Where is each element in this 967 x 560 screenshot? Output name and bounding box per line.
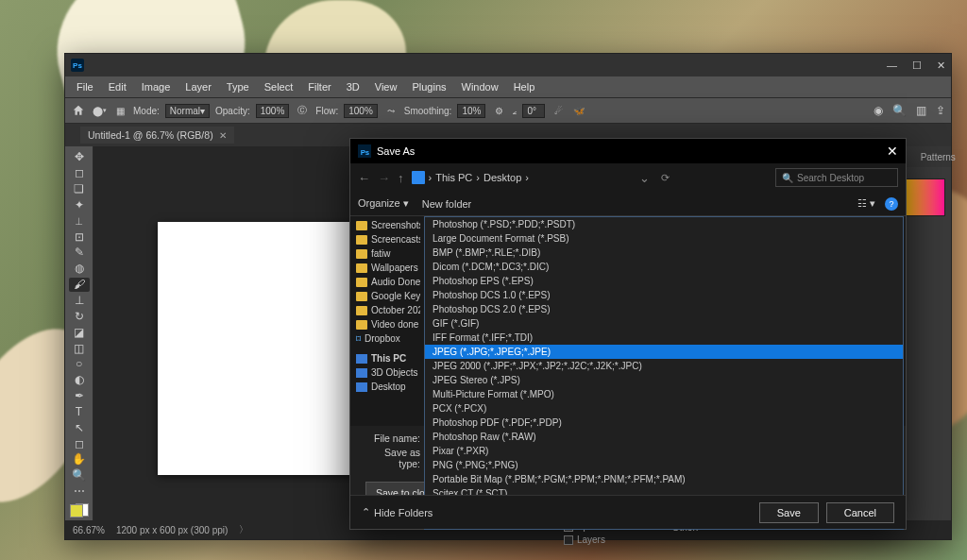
menu-image[interactable]: Image <box>136 79 177 94</box>
menu-3d[interactable]: 3D <box>341 79 365 94</box>
smoothing-input[interactable]: 10% <box>457 104 485 118</box>
format-option[interactable]: Photoshop Raw (*.RAW) <box>425 430 903 444</box>
sidebar-item[interactable]: Google Keybo <box>354 289 420 303</box>
opacity-input[interactable]: 100% <box>256 104 290 118</box>
refresh-icon[interactable]: ⟳ <box>661 172 670 184</box>
history-brush-tool[interactable]: ↻ <box>69 309 90 323</box>
menu-edit[interactable]: Edit <box>103 79 132 94</box>
angle-input[interactable]: 0° <box>522 104 545 118</box>
search-icon[interactable]: 🔍 <box>892 104 907 117</box>
format-option[interactable]: Photoshop (*.PSD;*.PDD;*.PSDT) <box>425 217 903 231</box>
view-options-icon[interactable]: ☷ ▾ <box>857 197 875 210</box>
help-icon[interactable]: ? <box>885 197 898 211</box>
format-option[interactable]: JPEG 2000 (*.JPF;*.JPX;*.JP2;*.J2C;*.J2K… <box>425 359 903 373</box>
eraser-tool[interactable]: ◪ <box>69 325 90 339</box>
menu-filter[interactable]: Filter <box>302 79 336 94</box>
nav-back-icon[interactable]: ← <box>358 171 370 185</box>
edit-toolbar[interactable]: ⋯ <box>69 484 90 499</box>
menu-window[interactable]: Window <box>456 79 504 94</box>
blur-tool[interactable]: ○ <box>69 357 90 371</box>
menu-plugins[interactable]: Plugins <box>406 79 451 94</box>
sidebar-item[interactable]: Screencasts <box>354 232 420 246</box>
dialog-close-icon[interactable]: ✕ <box>887 144 898 159</box>
organize-button[interactable]: Organize ▾ <box>358 197 409 210</box>
brush-tool[interactable]: 🖌 <box>69 278 90 292</box>
crumb-desktop[interactable]: Desktop <box>484 172 521 183</box>
format-option[interactable]: Multi-Picture Format (*.MPO) <box>425 387 903 401</box>
format-option[interactable]: Pixar (*.PXR) <box>425 444 903 458</box>
symmetry-icon[interactable]: 🦋 <box>571 103 586 118</box>
zoom-level[interactable]: 66.67% <box>73 525 105 535</box>
format-option[interactable]: JPEG (*.JPG;*.JPEG;*.JPE) <box>425 345 903 359</box>
maximize-button[interactable]: ☐ <box>912 59 922 72</box>
frame-tool[interactable]: ⊡ <box>69 229 90 244</box>
stamp-tool[interactable]: ⊥ <box>69 294 90 308</box>
menu-view[interactable]: View <box>369 79 403 94</box>
gradient-tool[interactable]: ◫ <box>69 341 90 355</box>
format-option[interactable]: Photoshop EPS (*.EPS) <box>425 274 903 288</box>
format-dropdown-list[interactable]: Photoshop (*.PSD;*.PDD;*.PSDT)Large Docu… <box>424 216 904 530</box>
home-icon[interactable] <box>71 103 86 118</box>
format-option[interactable]: PCX (*.PCX) <box>425 401 903 416</box>
path-tool[interactable]: ↖ <box>69 420 90 434</box>
crumb-this-pc[interactable]: This PC <box>435 172 472 183</box>
new-folder-button[interactable]: New folder <box>422 198 472 210</box>
hide-folders-button[interactable]: ⌃ Hide Folders <box>362 506 433 518</box>
format-option[interactable]: Photoshop DCS 2.0 (*.EPS) <box>425 302 903 316</box>
format-option[interactable]: IFF Format (*.IFF;*.TDI) <box>425 331 903 345</box>
cloud-docs-icon[interactable]: ◉ <box>874 104 883 117</box>
format-option[interactable]: JPEG Stereo (*.JPS) <box>425 373 903 387</box>
format-option[interactable]: Photoshop DCS 1.0 (*.EPS) <box>425 288 903 302</box>
color-swatches[interactable] <box>70 504 89 517</box>
cancel-button[interactable]: Cancel <box>826 502 894 523</box>
tab-close-icon[interactable]: ✕ <box>219 130 227 141</box>
brush-panel-icon[interactable]: ▦ <box>112 103 127 118</box>
sidebar-item[interactable]: Screenshots <box>354 218 420 232</box>
share-icon[interactable]: ⇪ <box>936 104 945 117</box>
shape-tool[interactable]: ◻ <box>69 436 90 450</box>
workspace-icon[interactable]: ▥ <box>916 104 926 117</box>
tab-patterns[interactable]: Patterns <box>913 148 963 166</box>
sidebar-item[interactable]: Wallpapers <box>354 261 420 275</box>
crop-tool[interactable]: ⟂ <box>69 213 90 228</box>
nav-up-icon[interactable]: ↑ <box>398 171 404 185</box>
lasso-tool[interactable]: ❏ <box>69 182 90 196</box>
zoom-tool[interactable]: 🔍 <box>69 468 90 483</box>
menu-layer[interactable]: Layer <box>179 79 217 94</box>
airbrush-icon[interactable]: ⤳ <box>383 103 399 118</box>
sidebar-item[interactable]: fatiw <box>354 246 420 261</box>
pen-tool[interactable]: ✒ <box>69 389 90 403</box>
document-tab[interactable]: Untitled-1 @ 66.7% (RGB/8) ✕ <box>80 127 234 144</box>
format-option[interactable]: BMP (*.BMP;*.RLE;*.DIB) <box>425 246 903 260</box>
save-button[interactable]: Save <box>759 502 819 523</box>
sidebar-item[interactable]: Desktop <box>354 380 420 394</box>
marquee-tool[interactable]: ◻ <box>69 166 90 180</box>
menu-select[interactable]: Select <box>259 79 299 94</box>
wand-tool[interactable]: ✦ <box>69 198 90 212</box>
mode-select[interactable]: Normal ▾ <box>165 104 210 118</box>
menu-type[interactable]: Type <box>221 79 255 94</box>
format-option[interactable]: GIF (*.GIF) <box>425 316 903 331</box>
format-option[interactable]: Photoshop PDF (*.PDF;*.PDP) <box>425 416 903 430</box>
sidebar-item[interactable]: Audio Done <box>354 275 420 289</box>
move-tool[interactable]: ✥ <box>69 150 90 164</box>
format-option[interactable]: Dicom (*.DCM;*.DC3;*.DIC) <box>425 260 903 274</box>
flow-input[interactable]: 100% <box>344 104 378 118</box>
sidebar-item[interactable]: ⌑Dropbox <box>354 331 420 346</box>
format-option[interactable]: Large Document Format (*.PSB) <box>425 231 903 246</box>
eyedropper-tool[interactable]: ✎ <box>69 246 90 260</box>
format-option[interactable]: PNG (*.PNG;*.PNG) <box>425 458 903 472</box>
format-option[interactable]: Portable Bit Map (*.PBM;*.PGM;*.PPM;*.PN… <box>425 472 903 486</box>
search-input[interactable]: 🔍 Search Desktop <box>775 168 898 187</box>
crumb-chevron-icon[interactable]: ⌄ <box>639 171 650 185</box>
type-tool[interactable]: T <box>69 405 90 419</box>
sidebar-item[interactable]: October 2020 <box>354 303 420 317</box>
hand-tool[interactable]: ✋ <box>69 452 90 467</box>
sidebar-item[interactable]: This PC <box>354 351 420 365</box>
document-canvas[interactable] <box>158 222 365 475</box>
sidebar-item[interactable]: 3D Objects <box>354 365 420 380</box>
opacity-pressure-icon[interactable]: Ⓒ <box>295 103 310 118</box>
status-caret-icon[interactable]: 〉 <box>239 523 248 536</box>
menu-help[interactable]: Help <box>508 79 541 94</box>
close-button[interactable]: ✕ <box>937 59 945 72</box>
